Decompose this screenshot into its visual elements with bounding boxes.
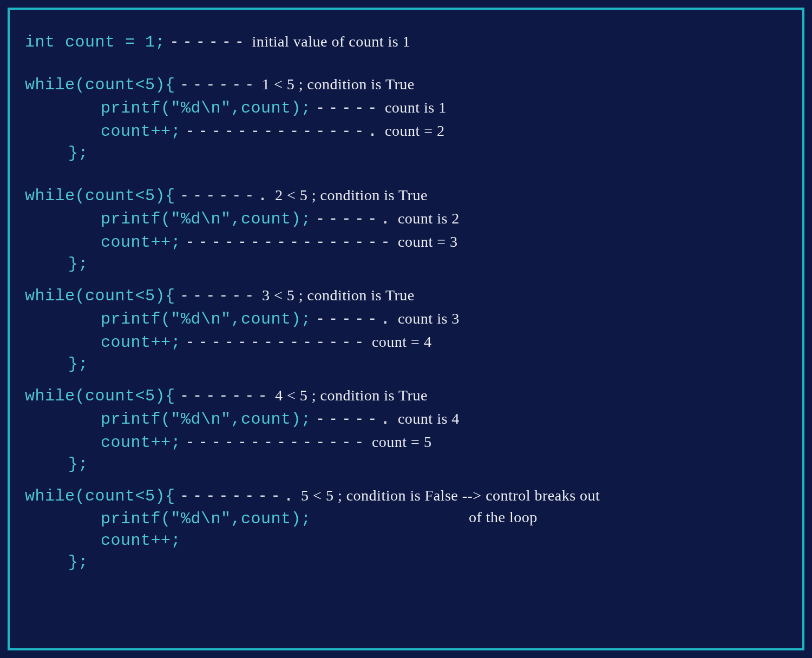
- close-line-1: };: [25, 255, 787, 273]
- dashes: ------: [175, 285, 262, 304]
- annot-while: 5 < 5 ; condition is False --> control b…: [301, 487, 600, 504]
- annot-inc: count = 2: [385, 122, 445, 140]
- init-line: int count = 1; ------ initial value of c…: [25, 31, 787, 51]
- dashes: -----.: [311, 308, 398, 327]
- annot-while: 4 < 5 ; condition is True: [275, 387, 428, 404]
- code-printf: printf("%d\n",count);: [101, 210, 311, 228]
- close-line-2: };: [25, 355, 787, 373]
- inc-line-2: count++; -------------- count = 4: [25, 332, 787, 352]
- while-line-4: while(count<5){ --------. 5 < 5 ; condit…: [25, 485, 787, 505]
- dashes: -------: [175, 385, 275, 404]
- annot-printf: count is 4: [398, 410, 460, 427]
- annot-printf: count is 3: [398, 310, 460, 327]
- inc-line-1: count++; ---------------- count = 3: [25, 232, 787, 252]
- annot-inc: count = 5: [372, 433, 432, 451]
- inc-line-4: count++;: [25, 531, 787, 550]
- code-close: };: [68, 355, 88, 373]
- while-line-3: while(count<5){ ------- 4 < 5 ; conditio…: [25, 385, 787, 405]
- annot-while: 2 < 5 ; condition is True: [275, 187, 428, 204]
- printf-line-2: printf("%d\n",count); -----. count is 3: [25, 308, 787, 328]
- printf-line-0: printf("%d\n",count); ----- count is 1: [25, 97, 787, 117]
- close-line-3: };: [25, 455, 787, 473]
- annot-printf: count is 1: [385, 99, 447, 116]
- code-close: };: [68, 455, 88, 473]
- code-inc: count++;: [101, 333, 181, 352]
- dashes: --------.: [175, 485, 302, 504]
- code-while: while(count<5){: [25, 76, 175, 94]
- close-line-4: };: [25, 553, 787, 571]
- code-inc: count++;: [101, 122, 181, 141]
- code-explanation-frame: int count = 1; ------ initial value of c…: [8, 8, 804, 650]
- code-close: };: [68, 144, 88, 162]
- dashes: -----: [311, 97, 385, 116]
- code-printf: printf("%d\n",count);: [101, 410, 311, 429]
- printf-line-1: printf("%d\n",count); -----. count is 2: [25, 208, 787, 228]
- dashes: -----.: [311, 208, 398, 227]
- inc-line-0: count++; --------------. count = 2: [25, 121, 787, 141]
- annot-inc: count = 3: [398, 233, 458, 251]
- code-printf: printf("%d\n",count);: [101, 99, 311, 117]
- dashes: ------: [175, 74, 262, 93]
- code-init: int count = 1;: [25, 33, 165, 51]
- printf-line-4: printf("%d\n",count);: [25, 510, 787, 528]
- dashes: ------: [165, 31, 252, 50]
- dashes: ----------------: [181, 232, 398, 251]
- while-line-2: while(count<5){ ------ 3 < 5 ; condition…: [25, 285, 787, 305]
- annot-while: 3 < 5 ; condition is True: [262, 287, 415, 304]
- dashes: --------------: [181, 432, 372, 451]
- code-printf: printf("%d\n",count);: [101, 310, 311, 328]
- annot-inc: count = 4: [372, 333, 432, 351]
- code-while: while(count<5){: [25, 187, 175, 205]
- code-while: while(count<5){: [25, 287, 175, 305]
- code-printf: printf("%d\n",count);: [101, 510, 311, 528]
- code-while: while(count<5){: [25, 487, 175, 505]
- code-inc: count++;: [101, 233, 181, 252]
- annot-while: 1 < 5 ; condition is True: [262, 76, 415, 93]
- code-close: };: [68, 255, 88, 273]
- inc-line-3: count++; -------------- count = 5: [25, 432, 787, 452]
- dashes: --------------.: [181, 121, 385, 140]
- code-inc: count++;: [101, 433, 181, 452]
- dashes: ------.: [175, 185, 275, 204]
- dashes: -----.: [311, 409, 398, 427]
- code-close: };: [68, 553, 88, 571]
- code-while: while(count<5){: [25, 387, 175, 405]
- while-line-0: while(count<5){ ------ 1 < 5 ; condition…: [25, 74, 787, 94]
- close-line-0: };: [25, 144, 787, 162]
- code-inc: count++;: [101, 531, 181, 550]
- while-line-1: while(count<5){ ------. 2 < 5 ; conditio…: [25, 185, 787, 205]
- annot-init: initial value of count is 1: [252, 33, 410, 50]
- printf-line-3: printf("%d\n",count); -----. count is 4: [25, 409, 787, 429]
- dashes: --------------: [181, 332, 372, 351]
- annot-printf: count is 2: [398, 210, 460, 227]
